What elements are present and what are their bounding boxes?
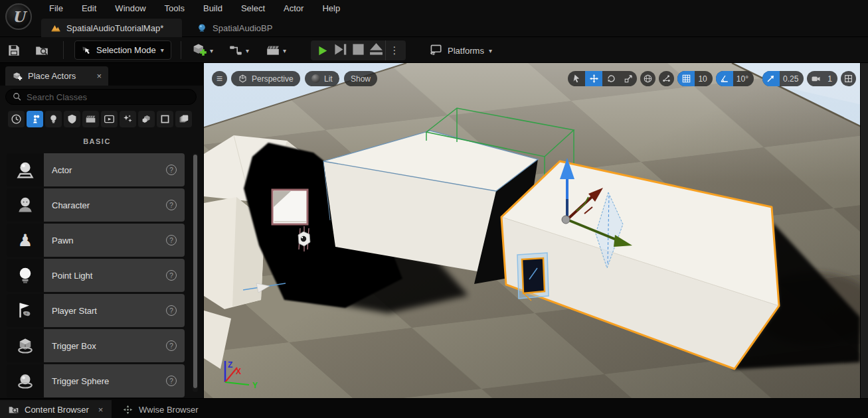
chevron-down-icon: ▾ [161,46,164,54]
category-all-button[interactable] [175,111,192,127]
category-vfx-button[interactable] [120,111,136,127]
camera-icon [807,71,824,86]
list-item-pawn[interactable]: ♟ Pawn? [7,224,185,257]
clapperboard-icon [85,113,96,125]
move-tool-button[interactable] [585,71,602,86]
list-item-player-start[interactable]: + Player Start? [7,294,185,327]
rotation-snap-control[interactable]: 10° [716,71,754,86]
menu-item-window[interactable]: Window [106,0,155,17]
content-browser-tab[interactable]: Content Browser × [0,400,112,418]
list-item-actor[interactable]: Actor? [7,153,185,186]
search-input[interactable] [27,92,189,102]
world-local-toggle[interactable] [640,71,655,86]
tab-spatial-audio-tutorial-map[interactable]: SpatialAudioTutorialMap* [41,19,182,37]
category-lights-button[interactable] [45,111,62,127]
show-dropdown[interactable]: Show [344,71,377,86]
category-shapes-button[interactable] [64,111,80,127]
tab-spatial-audio-bp[interactable]: SpatialAudioBP [187,19,282,37]
camera-speed-control[interactable]: 1 [807,71,837,86]
toolbar-separator [181,41,181,59]
close-icon[interactable]: × [96,71,102,81]
cinematics-dropdown[interactable]: ▾ [266,41,286,60]
search-icon [13,92,22,102]
category-geometry-button[interactable] [138,111,155,127]
help-icon[interactable]: ? [166,270,177,281]
character-bust-icon [15,195,35,215]
menu-item-tools[interactable]: Tools [155,0,194,17]
lit-label: Lit [324,74,333,84]
portal-window[interactable] [517,253,549,301]
place-actors-panel: Place Actors × BASIC [0,63,204,398]
menu-item-edit[interactable]: Edit [72,0,106,17]
select-tool-button[interactable] [568,71,585,86]
level-viewport[interactable]: Z X Y ≡ Perspective Lit Show [204,63,868,398]
angle-snap-icon [716,71,733,86]
selection-mode-dropdown[interactable]: Selection Mode ▾ [74,40,171,60]
lit-sphere-icon [311,74,320,83]
menu-item-file[interactable]: File [40,0,72,17]
scale-snap-value: 0.25 [780,74,804,84]
list-item-trigger-box[interactable]: Trigger Box? [7,329,185,362]
frame-skip-button[interactable] [331,40,349,60]
add-actor-dropdown[interactable]: ▾ [191,41,213,60]
camera-speed-value: 1 [824,74,837,84]
svg-text:♟: ♟ [18,230,33,250]
viewport-scene[interactable]: Z X Y [204,63,868,398]
folder-search-icon [35,43,49,58]
skip-icon [331,40,349,61]
blueprints-dropdown[interactable]: ▾ [228,41,249,60]
save-icon [7,43,21,58]
menu-item-select[interactable]: Select [232,0,274,17]
gizmo-origin[interactable] [562,216,570,224]
browse-content-button[interactable] [35,41,49,60]
menu-item-build[interactable]: Build [194,0,232,17]
viewport-options-button[interactable]: ≡ [212,71,227,86]
help-icon[interactable]: ? [166,305,177,316]
help-icon[interactable]: ? [166,235,177,245]
menu-item-actor[interactable]: Actor [274,0,313,17]
help-icon[interactable]: ? [166,376,177,386]
category-basic-button[interactable] [27,111,43,127]
grid-snap-control[interactable]: 10 [677,71,712,86]
wwise-browser-tab[interactable]: Wwise Browser [114,400,207,418]
section-label-basic: BASIC [0,137,194,145]
axis-x-label: X [236,367,241,376]
category-media-button[interactable] [101,111,118,127]
perspective-dropdown[interactable]: Perspective [231,71,300,86]
place-actors-tab[interactable]: Place Actors × [5,66,108,86]
menu-item-help[interactable]: Help [313,0,349,17]
help-icon[interactable]: ? [166,165,177,175]
eject-button[interactable] [367,40,385,60]
help-icon[interactable]: ? [166,200,177,210]
close-icon[interactable]: × [98,405,104,415]
play-button[interactable] [313,40,331,60]
list-item-character[interactable]: Character? [7,188,185,222]
list-item-trigger-sphere[interactable]: Trigger Sphere? [7,364,185,397]
list-item-point-light[interactable]: Point Light? [7,259,185,292]
lit-mode-dropdown[interactable]: Lit [305,71,339,86]
quad-view-button[interactable] [841,71,856,86]
platforms-dropdown[interactable]: Platforms ▾ [428,41,492,60]
surface-snap-button[interactable] [659,71,674,86]
perspective-cube-icon [238,74,248,84]
scale-tool-button[interactable] [620,71,637,86]
rotate-tool-button[interactable] [602,71,620,86]
stop-button[interactable] [349,40,367,60]
help-icon[interactable]: ? [166,340,177,351]
globe-icon [643,74,653,84]
panel-scrollbar[interactable] [193,153,198,392]
scale-snap-control[interactable]: 0.25 [762,71,804,86]
category-volumes-button[interactable] [157,111,173,127]
play-options-button[interactable]: ⋮ [385,40,403,60]
select-arrow-icon [572,74,582,84]
save-button[interactable] [7,41,21,60]
asset-tab-row: SpatialAudioTutorialMap* SpatialAudioBP [0,17,868,37]
category-recent-button[interactable] [8,111,25,127]
add-cube-icon [191,42,207,58]
unreal-logo-icon[interactable]: U [5,3,32,30]
tab-label: SpatialAudioTutorialMap* [66,23,163,33]
category-cinematic-button[interactable] [82,111,99,127]
layers-icon [178,113,189,125]
scrollbar-thumb[interactable] [193,155,197,388]
tv-screen-actor[interactable] [272,190,307,224]
